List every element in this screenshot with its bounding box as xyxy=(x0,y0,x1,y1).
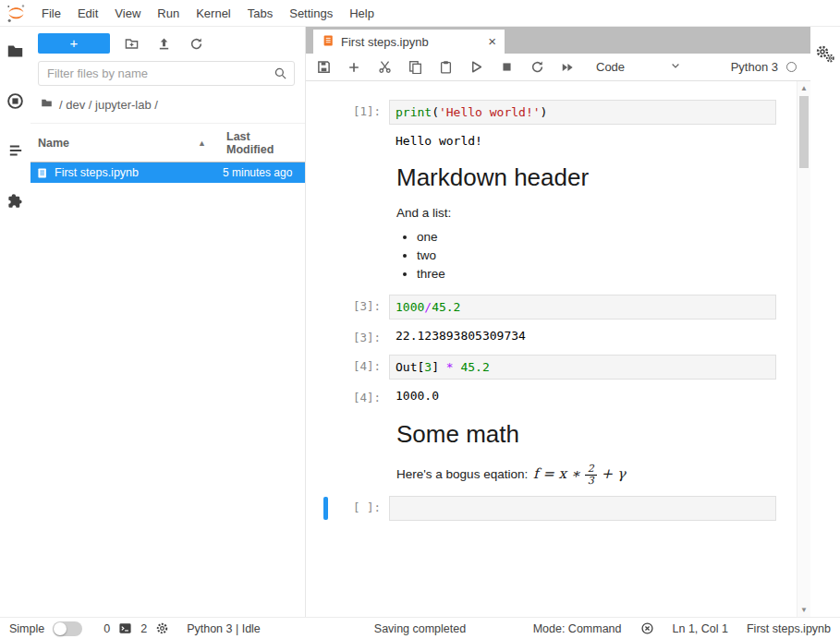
column-header-last-modified[interactable]: Last Modified xyxy=(219,130,298,156)
menu-help[interactable]: Help xyxy=(341,0,383,27)
new-launcher-button[interactable]: + xyxy=(38,33,110,54)
cell-prompt: [4]: xyxy=(306,355,389,380)
markdown-paragraph: And a list: xyxy=(389,206,776,220)
file-row-modified: 5 minutes ago xyxy=(214,166,298,179)
tab-first-steps[interactable]: First steps.ipynb × xyxy=(313,30,505,54)
math-label: Here's a bogus eqation: xyxy=(396,467,531,481)
menu-view[interactable]: View xyxy=(106,0,149,27)
upload-icon[interactable] xyxy=(152,34,175,53)
notebook-scrollbar[interactable]: ▲ ▼ xyxy=(797,81,810,617)
menu-file[interactable]: File xyxy=(33,0,69,27)
notebook-toolbar: Code Python 3 xyxy=(306,54,810,81)
notebook-cell-md-p[interactable]: And a list: xyxy=(306,206,796,220)
cell-content: And a list: xyxy=(389,206,776,220)
cell-prompt: [3]: xyxy=(306,326,389,344)
scroll-down-icon[interactable]: ▼ xyxy=(797,604,810,616)
scroll-up-icon[interactable]: ▲ xyxy=(797,82,810,94)
menu-edit[interactable]: Edit xyxy=(69,0,106,27)
add-cell-icon[interactable] xyxy=(347,60,361,75)
notebook-cell-code[interactable]: [3]:1000/45.2 xyxy=(306,295,796,320)
simple-mode-toggle[interactable] xyxy=(53,621,82,636)
new-folder-icon[interactable] xyxy=(120,34,142,53)
run-all-icon[interactable] xyxy=(560,60,575,75)
cell-type-dropdown[interactable]: Code xyxy=(596,60,681,74)
file-row[interactable]: First steps.ipynb 5 minutes ago xyxy=(30,163,305,183)
code-input-area[interactable]: 1000/45.2 xyxy=(389,295,776,320)
fraction-numerator: 2 xyxy=(585,464,597,476)
code-token: ] xyxy=(432,360,446,374)
cell-content: 22.123893805309734 xyxy=(389,326,776,344)
cell-output-text: Hello world! xyxy=(389,131,776,148)
notebook-cell-md-math[interactable]: Here's a bogus eqation: f = x ∗ 23 + γ xyxy=(306,464,796,487)
folder-icon[interactable] xyxy=(5,40,27,62)
command-mode-indicator[interactable]: Mode: Command xyxy=(533,622,622,635)
menu-tabs[interactable]: Tabs xyxy=(239,0,281,27)
home-folder-icon[interactable] xyxy=(40,97,54,112)
notebook-cell-output[interactable]: Hello world! xyxy=(306,131,796,148)
extension-manager-icon[interactable] xyxy=(5,189,27,211)
notebook-cell-md-list[interactable]: onetwothree xyxy=(306,225,796,285)
paste-icon[interactable] xyxy=(438,60,453,75)
breadcrumb[interactable]: / dev / jupyter-lab / xyxy=(30,86,305,115)
cell-prompt xyxy=(306,421,389,449)
code-token: 'Hello world!' xyxy=(439,105,541,119)
kernels-count[interactable]: 2 xyxy=(140,622,147,635)
refresh-icon[interactable] xyxy=(185,34,207,53)
filter-files-input[interactable] xyxy=(38,61,295,86)
run-icon[interactable] xyxy=(469,60,483,75)
notebook-cell-md-h1[interactable]: Markdown header xyxy=(306,164,796,192)
notebook-cell-code[interactable]: [ ]: xyxy=(306,496,796,521)
terminal-icon[interactable] xyxy=(118,621,132,635)
code-token: 45.2 xyxy=(432,300,460,314)
cell-prompt: [ ]: xyxy=(306,496,389,521)
notebook-tab-icon xyxy=(322,34,335,50)
notebook-cell-md-h1[interactable]: Some math xyxy=(306,421,796,449)
save-icon[interactable] xyxy=(316,60,331,75)
cell-content: onetwothree xyxy=(389,225,776,285)
jupyter-logo-icon xyxy=(6,3,27,24)
menu-kernel[interactable]: Kernel xyxy=(188,0,239,27)
column-header-name[interactable]: Name ▲ xyxy=(38,137,219,150)
file-listing-header: Name ▲ Last Modified xyxy=(30,123,305,163)
notebook-cell-code[interactable]: [1]:print('Hello world!') xyxy=(306,100,796,125)
chevron-down-icon xyxy=(670,60,681,74)
scrollbar-thumb[interactable] xyxy=(799,96,809,168)
kernel-indicator[interactable]: Python 3 xyxy=(731,60,797,74)
notebook-cell-output[interactable]: [4]:1000.0 xyxy=(306,386,796,404)
notebook-cell-output[interactable]: [3]:22.123893805309734 xyxy=(306,326,796,344)
statusbar: Simple 0 2 Python 3 | Idle Saving comple… xyxy=(0,617,840,639)
stop-icon[interactable] xyxy=(499,60,514,75)
cut-icon[interactable] xyxy=(377,60,392,75)
dock-tabbar: First steps.ipynb × xyxy=(306,27,810,54)
restart-kernel-icon[interactable] xyxy=(530,60,544,75)
right-sidebar-strip xyxy=(810,27,840,617)
code-input-area[interactable]: print('Hello world!') xyxy=(389,100,776,125)
copy-icon[interactable] xyxy=(408,60,422,75)
tab-close-icon[interactable]: × xyxy=(488,35,496,48)
file-row-name: First steps.ipynb xyxy=(55,166,214,179)
breadcrumb-path[interactable]: / dev / jupyter-lab / xyxy=(59,98,158,112)
main-area: + / dev xyxy=(0,27,840,617)
kernel-status-text[interactable]: Python 3 | Idle xyxy=(187,622,261,635)
cell-content: Here's a bogus eqation: f = x ∗ 23 + γ xyxy=(389,464,776,487)
menu-items: File Edit View Run Kernel Tabs Settings … xyxy=(33,0,383,27)
simple-mode-label: Simple xyxy=(9,622,44,635)
code-input-area[interactable] xyxy=(389,496,776,521)
menubar: File Edit View Run Kernel Tabs Settings … xyxy=(0,0,840,27)
code-input-area[interactable]: Out[3] * 45.2 xyxy=(389,355,776,380)
cell-output-text: 22.123893805309734 xyxy=(389,326,776,343)
running-sessions-icon[interactable] xyxy=(5,90,27,112)
active-filename[interactable]: First steps.ipynb xyxy=(747,622,831,635)
menu-settings[interactable]: Settings xyxy=(281,0,341,27)
dock-panel: First steps.ipynb × xyxy=(305,27,810,617)
kernel-sessions-icon[interactable] xyxy=(155,621,169,635)
gears-icon[interactable] xyxy=(815,43,835,64)
notifications-icon[interactable] xyxy=(640,621,654,635)
notebook-cell-code[interactable]: [4]:Out[3] * 45.2 xyxy=(306,355,796,380)
terminals-count[interactable]: 0 xyxy=(103,622,110,635)
menu-run[interactable]: Run xyxy=(149,0,188,27)
markdown-math-paragraph: Here's a bogus eqation: f = x ∗ 23 + γ xyxy=(389,464,776,487)
math-expression: f = x ∗ 23 + γ xyxy=(531,465,626,482)
table-of-contents-icon[interactable] xyxy=(5,139,27,162)
cursor-position[interactable]: Ln 1, Col 1 xyxy=(673,622,728,635)
